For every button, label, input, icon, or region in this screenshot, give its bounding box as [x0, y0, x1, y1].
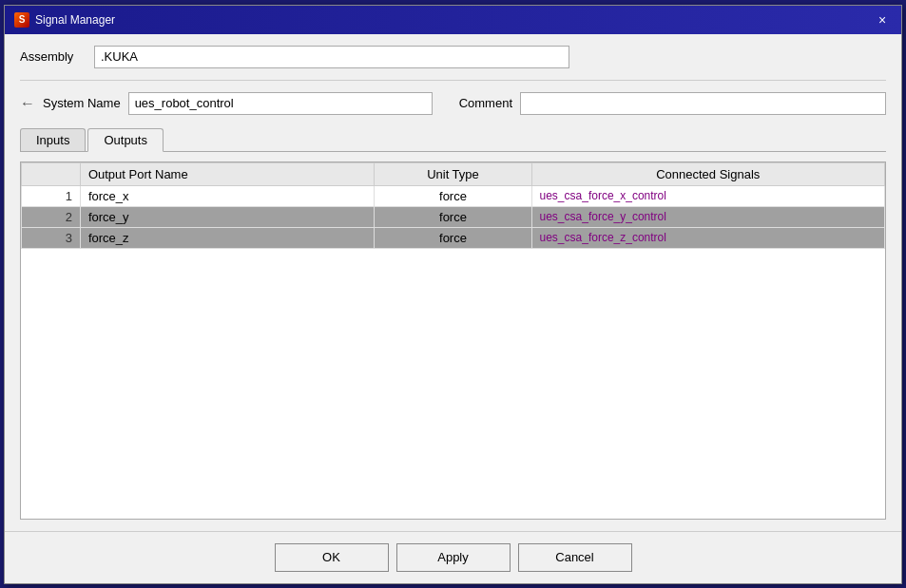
cell-port-name: force_z: [80, 227, 375, 248]
back-arrow-icon[interactable]: ←: [20, 95, 35, 112]
close-button[interactable]: ×: [873, 10, 892, 29]
col-port-name: Output Port Name: [80, 162, 375, 185]
cell-port-name: force_y: [80, 206, 375, 227]
tabs-row: Inputs Outputs: [20, 128, 886, 152]
output-table: Output Port Name Unit Type Connected Sig…: [21, 162, 885, 249]
cell-port-name: force_x: [80, 185, 375, 206]
tab-inputs[interactable]: Inputs: [20, 128, 86, 151]
table-row[interactable]: 2force_yforceues_csa_force_y_control: [22, 206, 885, 227]
tab-outputs[interactable]: Outputs: [87, 128, 164, 152]
system-name-row: ← System Name Comment: [20, 92, 886, 115]
table-header-row: Output Port Name Unit Type Connected Sig…: [22, 162, 885, 185]
dialog-body: Assembly ← System Name Comment Inputs Ou…: [5, 34, 901, 531]
system-name-input[interactable]: [128, 92, 433, 115]
cell-connected-signals: ues_csa_force_y_control: [531, 206, 884, 227]
apply-button[interactable]: Apply: [396, 543, 511, 572]
col-connected-signals: Connected Signals: [531, 162, 884, 185]
col-index: [22, 162, 81, 185]
comment-label: Comment: [459, 96, 512, 110]
col-unit-type: Unit Type: [375, 162, 531, 185]
signal-manager-dialog: S Signal Manager × Assembly ← System Nam…: [4, 5, 902, 584]
assembly-input[interactable]: [94, 46, 569, 68]
table-scroll[interactable]: Output Port Name Unit Type Connected Sig…: [21, 162, 885, 519]
footer-buttons: OK Apply Cancel: [271, 543, 636, 572]
table-body: 1force_xforceues_csa_force_x_control2for…: [22, 185, 885, 248]
assembly-label: Assembly: [20, 49, 87, 64]
system-name-label: System Name: [43, 96, 121, 110]
comment-input[interactable]: [520, 92, 886, 115]
table-row[interactable]: 1force_xforceues_csa_force_x_control: [22, 185, 885, 206]
cell-unit-type: force: [375, 227, 531, 248]
assembly-row: Assembly: [20, 46, 886, 68]
cancel-button[interactable]: Cancel: [518, 543, 632, 572]
cell-unit-type: force: [375, 185, 531, 206]
cell-unit-type: force: [375, 206, 531, 227]
cell-index: 3: [22, 227, 81, 248]
footer: OK Apply Cancel: [5, 531, 901, 583]
table-row[interactable]: 3force_zforceues_csa_force_z_control: [22, 227, 885, 248]
cell-index: 2: [22, 206, 81, 227]
dialog-title: Signal Manager: [35, 13, 115, 27]
title-bar: S Signal Manager ×: [5, 6, 901, 34]
cell-connected-signals: ues_csa_force_z_control: [531, 227, 884, 248]
cell-connected-signals: ues_csa_force_x_control: [531, 185, 884, 206]
table-container: Output Port Name Unit Type Connected Sig…: [20, 161, 886, 520]
divider: [20, 80, 886, 81]
cell-index: 1: [22, 185, 81, 206]
title-bar-left: S Signal Manager: [14, 12, 115, 28]
ok-button[interactable]: OK: [275, 543, 389, 572]
app-icon: S: [14, 12, 29, 28]
